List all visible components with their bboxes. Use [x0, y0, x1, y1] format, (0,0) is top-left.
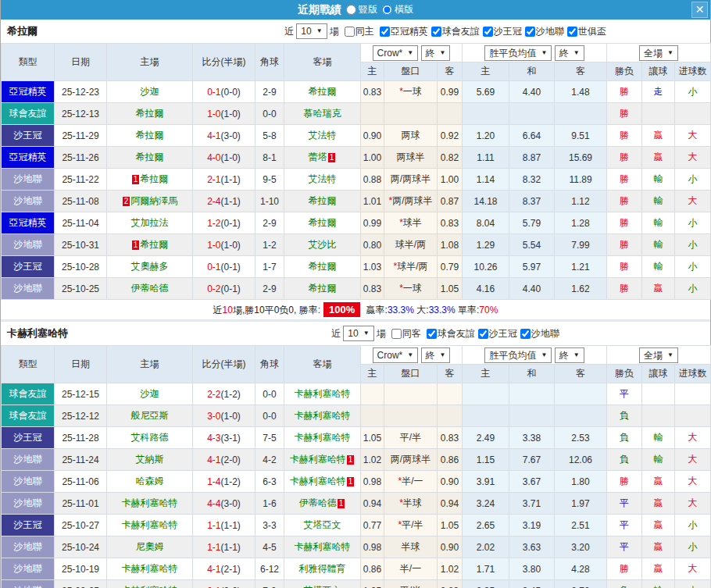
- handicap-cell: 两球: [384, 125, 438, 147]
- result-goals-cell: 大: [675, 449, 711, 471]
- result-wdl-cell: 勝: [607, 234, 642, 256]
- odds-home-cell: 0.90: [361, 125, 384, 147]
- home-team-cell: 希拉爾: [107, 125, 193, 147]
- date-cell: 25-11-29: [55, 125, 107, 147]
- league-filter[interactable]: 沙地聯: [522, 25, 564, 38]
- odds-away-cell: 0.99: [438, 81, 463, 103]
- result-wdl-cell: 勝: [607, 125, 642, 147]
- league-checkbox[interactable]: [478, 329, 488, 339]
- corner-cell: 7-0: [255, 580, 284, 588]
- avg-home-cell: 1.15: [463, 449, 509, 471]
- col-avg-draw: 和: [509, 62, 555, 81]
- avg-draw-cell: 5.79: [509, 212, 555, 234]
- result-wdl-cell: 勝: [607, 81, 642, 103]
- corner-cell: 8-1: [255, 147, 284, 169]
- table-row: 沙地聯25-10-24尼奧姆1-1(1-1)4-5卡赫利塞哈特0.98半球0.9…: [2, 536, 711, 558]
- final-avg-select[interactable]: 終▼: [555, 347, 584, 363]
- handicap-cell: 平/半: [384, 427, 438, 449]
- horizontal-radio[interactable]: [382, 5, 392, 15]
- col-date: 日期: [55, 44, 107, 81]
- vertical-radio[interactable]: [346, 5, 356, 15]
- avg-select[interactable]: 胜平负均值▼: [484, 45, 552, 61]
- league-filter[interactable]: 沙地聯: [517, 327, 559, 340]
- away-team-cell: 艾塔亞文: [284, 515, 361, 536]
- avg-draw-cell: 5.97: [509, 256, 555, 278]
- crow-company-select[interactable]: Crow*▼: [373, 45, 419, 61]
- league-checkbox[interactable]: [380, 27, 390, 37]
- type-badge: 球會友誼: [2, 405, 55, 427]
- result-wdl-cell: 負: [607, 427, 642, 449]
- league-checkbox[interactable]: [427, 329, 437, 339]
- league-filter[interactable]: 亞冠精英: [377, 25, 428, 38]
- avg-home-cell: 1.11: [463, 147, 509, 169]
- handicap-cell: 平/半: [384, 580, 438, 588]
- odds-home-cell: 0.98: [361, 471, 384, 493]
- league-filter[interactable]: 球會友誼: [423, 327, 475, 340]
- same-home-checkbox[interactable]: [345, 27, 355, 37]
- crow-company-select[interactable]: Crow*▼: [373, 347, 419, 363]
- section-header-team1: 希拉爾 近 10▼ 場 同主 亞冠精英球會友誼沙王冠沙地聯世俱盃: [1, 20, 710, 43]
- col-date: 日期: [55, 346, 107, 383]
- table-row: 沙王冠25-11-29希拉爾4-1(3-0)5-8艾法特0.90两球0.921.…: [2, 125, 711, 147]
- col-away: 客場: [284, 346, 361, 383]
- same-away-checkbox[interactable]: [391, 329, 402, 339]
- league-filter[interactable]: 沙王冠: [475, 327, 517, 340]
- avg-draw-cell: [509, 383, 555, 405]
- result-handicap-cell: 贏: [642, 558, 675, 580]
- same-home-filter[interactable]: 同主: [341, 25, 374, 38]
- same-away-filter[interactable]: 同客: [388, 327, 421, 340]
- type-badge: 沙地聯: [2, 580, 55, 588]
- away-team-cell: 艾塔亞文: [284, 580, 361, 588]
- close-button[interactable]: ✕: [691, 2, 708, 18]
- handicap-cell: 半球: [384, 536, 438, 558]
- team2-results-table: 類型 日期 主場 比分(半場) 角球 客場 Crow*▼ 終▼ 胜平负均值▼ 終…: [1, 345, 711, 588]
- close-icon: ✕: [695, 3, 705, 16]
- col-home: 主場: [107, 44, 193, 81]
- final-avg-select[interactable]: 終▼: [555, 45, 584, 61]
- odds-away-cell: 1.08: [438, 234, 463, 256]
- avg-home-cell: 3.24: [463, 493, 509, 515]
- window-title: 近期戰績: [298, 3, 341, 17]
- corner-cell: 1-7: [255, 256, 284, 278]
- away-team-cell: 慕哈瑞克: [284, 103, 361, 125]
- home-team-cell: 艾納斯: [107, 449, 193, 471]
- table-row: 沙王冠25-11-28艾科路德4-3(3-1)7-5卡赫利塞哈特1.05平/半0…: [2, 427, 711, 449]
- odds-away-cell: 0.87: [438, 191, 463, 212]
- odds-home-cell: 1.05: [361, 580, 384, 588]
- league-filter[interactable]: 球會友誼: [428, 25, 480, 38]
- odds-away-cell: 1.05: [438, 515, 463, 536]
- league-checkbox[interactable]: [431, 27, 441, 37]
- league-checkbox[interactable]: [483, 27, 493, 37]
- date-cell: 25-10-25: [55, 278, 107, 300]
- final-odds-select[interactable]: 終▼: [421, 45, 451, 61]
- league-checkbox[interactable]: [567, 27, 577, 37]
- layout-radio-vertical[interactable]: 豎版: [346, 3, 377, 16]
- team2-name: 卡赫利塞哈特: [1, 326, 180, 340]
- odds-home-cell: 1.05: [361, 427, 384, 449]
- league-checkbox[interactable]: [520, 329, 531, 339]
- fullmatch-select[interactable]: 全場▼: [639, 45, 678, 61]
- recent-count-select[interactable]: 10▼: [343, 326, 373, 341]
- title-bar: 近期戰績 豎版 橫版 ✕: [1, 0, 710, 20]
- col-res-wdl: 勝负: [607, 365, 642, 383]
- red-card-badge: 1: [328, 153, 336, 162]
- near-label: 近: [284, 25, 294, 38]
- red-card-badge: 1: [347, 477, 355, 486]
- result-handicap-cell: 輸: [642, 256, 675, 278]
- type-badge: 球會友誼: [2, 383, 55, 405]
- league-filter[interactable]: 沙王冠: [480, 25, 522, 38]
- league-filter[interactable]: 世俱盃: [564, 25, 606, 38]
- score-cell: 0-2(0-1): [193, 278, 255, 300]
- recent-count-select[interactable]: 10▼: [296, 23, 327, 39]
- final-odds-select[interactable]: 終▼: [421, 347, 451, 363]
- avg-draw-cell: 4.40: [509, 278, 555, 300]
- avg-away-cell: 1.21: [555, 256, 607, 278]
- date-cell: 25-11-22: [55, 169, 107, 191]
- avg-select[interactable]: 胜平负均值▼: [484, 347, 552, 363]
- avg-home-cell: 3.91: [463, 471, 509, 493]
- chevron-down-icon: ▼: [541, 350, 547, 361]
- layout-radio-horizontal[interactable]: 橫版: [382, 3, 413, 16]
- corner-cell: 6-12: [255, 558, 284, 580]
- fullmatch-select[interactable]: 全場▼: [639, 347, 678, 363]
- league-checkbox[interactable]: [525, 27, 535, 37]
